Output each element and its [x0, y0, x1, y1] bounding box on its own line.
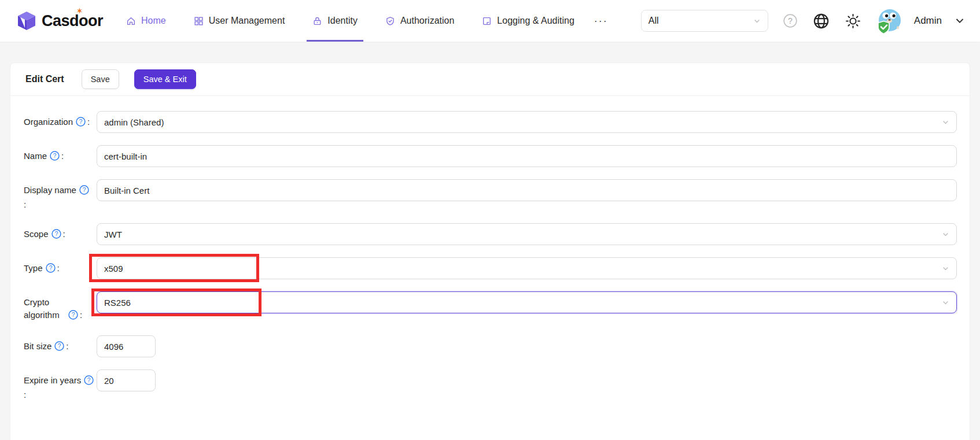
chevron-down-icon [753, 17, 761, 25]
chevron-down-icon [942, 265, 949, 272]
organization-select[interactable]: admin (Shared) [97, 111, 957, 133]
type-select[interactable]: x509 [97, 257, 957, 279]
lock-icon [312, 16, 322, 26]
nav-label: Home [141, 16, 166, 26]
theme-toggle-button[interactable] [845, 13, 861, 29]
help-circle-icon[interactable]: ? [76, 117, 86, 130]
casdoor-logo[interactable]: Casdoor ✶ [16, 10, 103, 31]
nav-logging-auditing[interactable]: Logging & Auditing [468, 0, 588, 42]
account-menu[interactable]: Admin [876, 8, 965, 34]
expire-in-years-input[interactable] [97, 369, 156, 391]
organization-filter-select[interactable]: All [641, 10, 768, 32]
nav-home[interactable]: Home [112, 0, 180, 42]
chevron-down-icon[interactable] [955, 16, 965, 26]
help-circle-icon[interactable]: ? [54, 341, 64, 354]
question-circle-icon: ? [783, 13, 798, 28]
save-button[interactable]: Save [82, 69, 119, 89]
save-exit-button[interactable]: Save & Exit [134, 69, 196, 89]
help-circle-icon[interactable]: ? [84, 375, 94, 389]
crypto-algorithm-select[interactable]: RS256 [97, 291, 957, 313]
field-label-name: Name?: [24, 145, 97, 164]
svg-text:?: ? [72, 312, 75, 318]
chevron-down-icon [942, 299, 949, 306]
svg-text:?: ? [788, 16, 793, 25]
avatar [876, 8, 901, 34]
svg-text:?: ? [54, 231, 58, 237]
account-name: Admin [914, 15, 942, 27]
chevron-down-icon [942, 119, 949, 126]
name-input[interactable] [97, 145, 957, 167]
top-navbar: Casdoor ✶ Home User Management [0, 0, 980, 42]
grid-icon [194, 16, 204, 26]
language-button[interactable] [812, 12, 830, 30]
nav-identity[interactable]: Identity [299, 0, 371, 42]
svg-text:?: ? [53, 153, 57, 159]
verified-shield-icon [878, 21, 889, 34]
field-row-name: Name?: [24, 145, 957, 167]
nav-user-management[interactable]: User Management [180, 0, 299, 42]
nav-label: User Management [209, 16, 285, 26]
organization-filter-value: All [649, 16, 753, 26]
scope-select[interactable]: JWT [97, 223, 957, 245]
help-circle-icon[interactable]: ? [79, 185, 89, 198]
logo-star-icon: ✶ [76, 7, 82, 15]
field-label-crypto-algorithm: Crypto algorithm?: [24, 291, 97, 323]
home-icon [126, 16, 136, 26]
field-label-bit-size: Bit size?: [24, 335, 97, 354]
chevron-down-icon [942, 231, 949, 238]
help-circle-icon[interactable]: ? [46, 263, 56, 276]
help-circle-icon[interactable]: ? [68, 310, 78, 323]
field-label-expire-in-years: Expire in years?: [24, 369, 97, 401]
field-label-type: Type?: [24, 257, 97, 276]
cert-form: Organization?: admin (Shared) Name?: Dis… [10, 96, 970, 431]
field-label-scope: Scope?: [24, 223, 97, 242]
main-nav: Home User Management Identity [112, 0, 614, 42]
bit-size-input[interactable] [97, 335, 156, 357]
field-row-organization: Organization?: admin (Shared) [24, 111, 957, 133]
svg-text:?: ? [49, 265, 52, 271]
card-header: Edit Cert Save Save & Exit [10, 63, 970, 96]
display-name-input[interactable] [97, 179, 957, 201]
nav-authorization[interactable]: Authorization [371, 0, 468, 42]
help-button[interactable]: ? [783, 13, 798, 28]
edit-cert-card: Edit Cert Save Save & Exit Organization?… [10, 62, 970, 440]
field-row-expire-in-years: Expire in years?: [24, 369, 957, 401]
audit-icon [482, 16, 492, 26]
field-row-bit-size: Bit size?: [24, 335, 957, 357]
header-right-cluster: All ? [641, 8, 965, 34]
logo-text: Casdoor ✶ [42, 12, 103, 30]
nav-label: Authorization [400, 16, 454, 26]
svg-text:?: ? [83, 187, 86, 193]
svg-text:?: ? [87, 377, 91, 383]
field-row-type: Type?: x509 [24, 257, 957, 279]
page-title: Edit Cert [25, 74, 64, 84]
nav-label: Identity [327, 16, 358, 26]
field-row-crypto-algorithm: Crypto algorithm?: RS256 [24, 291, 957, 323]
sun-icon [845, 13, 861, 29]
field-label-organization: Organization?: [24, 111, 97, 130]
svg-text:?: ? [79, 119, 83, 125]
field-row-display-name: Display name?: [24, 179, 957, 211]
globe-icon [812, 12, 830, 30]
casdoor-cube-icon [16, 10, 37, 31]
svg-text:?: ? [58, 343, 61, 349]
field-row-scope: Scope?: JWT [24, 223, 957, 245]
field-label-display-name: Display name?: [24, 179, 97, 211]
help-circle-icon[interactable]: ? [51, 229, 61, 242]
help-circle-icon[interactable]: ? [50, 151, 60, 164]
shield-check-icon [385, 16, 395, 26]
nav-label: Logging & Auditing [497, 16, 574, 26]
nav-overflow-ellipsis[interactable]: ··· [588, 0, 614, 42]
